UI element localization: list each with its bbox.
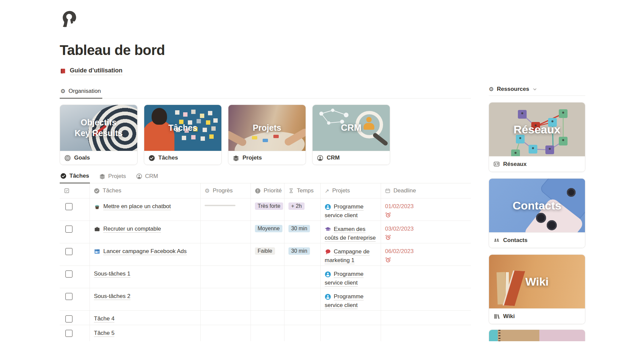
- row-checkbox[interactable]: [65, 270, 72, 278]
- contacts-card-image: Contacts: [489, 179, 585, 232]
- red-book-icon: [60, 68, 66, 74]
- row-checkbox[interactable]: [65, 226, 72, 233]
- sidebar-card-partial[interactable]: [489, 329, 585, 341]
- wiki-card-image: Wiki: [489, 255, 585, 308]
- row-checkbox[interactable]: [65, 248, 72, 255]
- contacts-card-overlay: Contacts: [489, 179, 585, 232]
- priority-exclamation-icon: [255, 188, 261, 194]
- column-header-deadline[interactable]: Deadline: [381, 183, 470, 198]
- people-icon: [493, 237, 500, 243]
- guide-link[interactable]: Guide d’utilisation: [60, 67, 122, 75]
- temps-badge: 30 min: [288, 225, 310, 232]
- gear-icon: ⚙: [489, 86, 494, 92]
- task-link[interactable]: Tâche 4: [94, 315, 114, 322]
- card-projets[interactable]: Projets Projets: [228, 105, 306, 165]
- page-title: Tableau de bord: [60, 42, 471, 58]
- resources-header[interactable]: ⚙ Ressources: [489, 86, 585, 96]
- target-icon: [64, 155, 71, 161]
- column-header-temps[interactable]: Temps: [284, 183, 321, 198]
- resources-header-label: Ressources: [497, 86, 529, 93]
- view-tab-projets[interactable]: Projets: [99, 170, 127, 183]
- organisation-tab-bar: ⚙ Organisation: [60, 86, 471, 99]
- column-header-progres[interactable]: ⚙ Progrès: [201, 183, 251, 198]
- column-header-taches[interactable]: Tâches: [90, 183, 201, 198]
- gear-icon: ⚙: [60, 88, 65, 94]
- layers-icon: [233, 155, 239, 161]
- tab-organisation[interactable]: ⚙ Organisation: [60, 86, 102, 99]
- crm-card-image: CRM: [313, 105, 390, 151]
- goals-card-image: Objectifs Key Results: [60, 105, 137, 151]
- table-row: Sous-tâches 1 Programme service client: [60, 266, 471, 288]
- speech-balloon-icon: [325, 249, 331, 255]
- facebook-ad-icon: [94, 248, 100, 255]
- row-checkbox[interactable]: [65, 203, 72, 210]
- cupcake-icon: [94, 203, 100, 210]
- taches-card-overlay: Tâches: [144, 105, 221, 151]
- checkbox-icon: [64, 188, 70, 194]
- deadline-date: 03/02/2023: [385, 226, 414, 232]
- column-header-projets[interactable]: ↗ Projets: [321, 183, 381, 198]
- progress-bar: [205, 205, 235, 206]
- deadline-date: 01/02/2023: [385, 203, 414, 209]
- person-circle-icon: [317, 155, 323, 161]
- alarm-clock-icon: [385, 234, 391, 240]
- person-circle-icon: [136, 173, 142, 179]
- tab-organisation-label: Organisation: [68, 88, 101, 95]
- chevron-down-icon: [532, 87, 537, 92]
- guide-link-label: Guide d’utilisation: [70, 67, 122, 75]
- row-checkbox[interactable]: [65, 315, 72, 322]
- task-link[interactable]: Tâche 5: [94, 330, 114, 337]
- table-view-tabs: Tâches Projets CRM: [60, 170, 471, 183]
- row-checkbox[interactable]: [65, 293, 72, 300]
- column-header-priorite[interactable]: Priorité: [251, 183, 284, 198]
- crm-card-overlay: CRM: [313, 105, 390, 151]
- table-row: Tâche 5: [60, 325, 471, 341]
- reseaux-card-image: Réseaux: [489, 103, 585, 156]
- column-header-select[interactable]: [60, 183, 90, 198]
- task-link[interactable]: Lancer campagne Facebook Ads: [103, 248, 187, 255]
- spiral-binding-graphic: [498, 330, 500, 341]
- layers-icon: [99, 173, 105, 179]
- projets-card-caption: Projets: [228, 151, 306, 165]
- card-wiki[interactable]: Wiki Wiki: [489, 254, 585, 324]
- calendar-icon: [385, 188, 390, 193]
- table-row: Recruter un comptable Moyenne 30 min Exa…: [60, 221, 471, 243]
- wiki-card-overlay: Wiki: [489, 255, 585, 308]
- gallery-cards: Objectifs Key Results Goals Tâches: [60, 105, 471, 165]
- table-row: Mettre en place un chatbot Très forte + …: [60, 198, 471, 221]
- check-circle-icon: [94, 188, 100, 194]
- card-crm[interactable]: CRM CRM: [312, 105, 390, 165]
- deadline-date: 06/02/2023: [385, 248, 414, 254]
- person-circle-blue-icon: [325, 204, 331, 210]
- card-goals[interactable]: Objectifs Key Results Goals: [60, 105, 138, 165]
- task-link[interactable]: Recruter un comptable: [103, 226, 161, 233]
- notion-dashboard-page: Tableau de bord Guide d’utilisation ⚙ Or…: [0, 0, 644, 362]
- gear-icon: ⚙: [205, 188, 210, 194]
- card-contacts[interactable]: Contacts Contacts: [489, 178, 585, 248]
- project-link[interactable]: Campagne de marketing 1: [325, 248, 370, 264]
- books-icon: [493, 313, 500, 319]
- task-link[interactable]: Sous-tâches 1: [94, 270, 130, 278]
- task-link[interactable]: Sous-tâches 2: [94, 293, 130, 300]
- row-checkbox[interactable]: [65, 330, 72, 337]
- table-row: Tâche 4: [60, 311, 471, 325]
- person-circle-blue-icon: [325, 294, 331, 300]
- projets-card-overlay: Projets: [228, 105, 306, 151]
- project-link[interactable]: Examen des coûts de l’entreprise: [325, 226, 376, 242]
- hourglass-icon: [288, 188, 294, 193]
- alarm-clock-icon: [385, 257, 391, 263]
- contacts-card-caption: Contacts: [489, 232, 585, 248]
- table-row: Sous-tâches 2 Programme service client: [60, 288, 471, 311]
- card-reseaux[interactable]: Réseaux Réseaux: [489, 102, 585, 172]
- taches-card-caption: Tâches: [144, 151, 221, 165]
- person-circle-blue-icon: [325, 271, 331, 278]
- card-taches[interactable]: Tâches Tâches: [144, 105, 222, 165]
- task-link[interactable]: Mettre en place un chatbot: [103, 203, 171, 210]
- check-circle-icon: [149, 155, 155, 161]
- wiki-card-caption: Wiki: [489, 308, 585, 324]
- reseaux-card-overlay: Réseaux: [489, 103, 585, 156]
- briefcase-icon: [94, 226, 100, 232]
- view-tab-taches[interactable]: Tâches: [60, 170, 90, 183]
- view-tab-crm[interactable]: CRM: [136, 170, 159, 183]
- graduation-cap-icon: [325, 226, 331, 233]
